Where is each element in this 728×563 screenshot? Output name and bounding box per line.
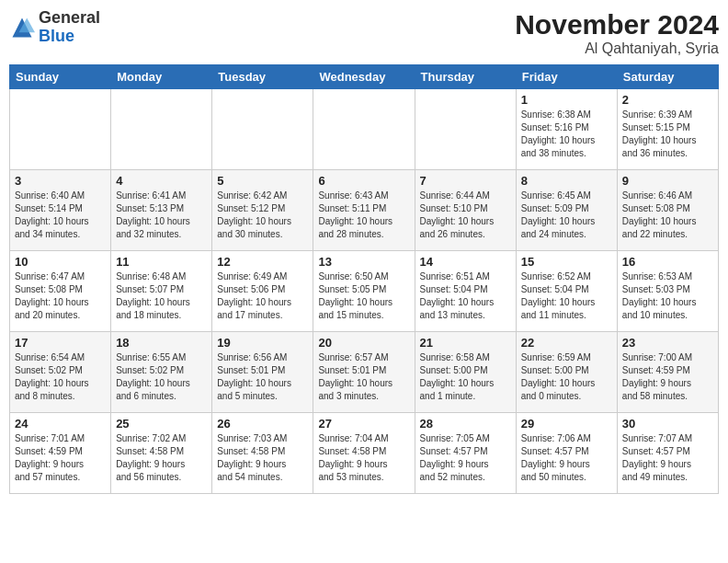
calendar-cell bbox=[212, 89, 313, 170]
day-info: Sunrise: 6:53 AMSunset: 5:03 PMDaylight:… bbox=[622, 270, 713, 322]
calendar-cell: 19Sunrise: 6:56 AMSunset: 5:01 PMDayligh… bbox=[212, 332, 313, 413]
day-info: Sunrise: 6:51 AMSunset: 5:04 PMDaylight:… bbox=[420, 270, 511, 322]
calendar-header-row: SundayMondayTuesdayWednesdayThursdayFrid… bbox=[10, 65, 719, 89]
day-info: Sunrise: 6:43 AMSunset: 5:11 PMDaylight:… bbox=[318, 190, 409, 241]
day-number: 25 bbox=[116, 417, 207, 431]
day-number: 22 bbox=[521, 336, 612, 350]
calendar-cell: 17Sunrise: 6:54 AMSunset: 5:02 PMDayligh… bbox=[10, 332, 111, 413]
calendar-cell: 8Sunrise: 6:45 AMSunset: 5:09 PMDaylight… bbox=[516, 170, 617, 251]
day-info: Sunrise: 6:47 AMSunset: 5:08 PMDaylight:… bbox=[15, 270, 106, 322]
day-info: Sunrise: 6:54 AMSunset: 5:02 PMDaylight:… bbox=[15, 351, 106, 403]
day-number: 5 bbox=[217, 174, 308, 188]
day-number: 1 bbox=[521, 93, 612, 107]
month-title: November 2024 bbox=[515, 9, 719, 40]
day-info: Sunrise: 7:00 AMSunset: 4:59 PMDaylight:… bbox=[622, 351, 713, 403]
day-number: 12 bbox=[217, 255, 308, 269]
calendar-cell: 1Sunrise: 6:38 AMSunset: 5:16 PMDaylight… bbox=[516, 89, 617, 170]
day-number: 30 bbox=[622, 417, 713, 431]
calendar-day-header: Saturday bbox=[617, 65, 718, 89]
day-number: 11 bbox=[116, 255, 207, 269]
calendar-week-row: 3Sunrise: 6:40 AMSunset: 5:14 PMDaylight… bbox=[10, 170, 719, 251]
calendar-week-row: 17Sunrise: 6:54 AMSunset: 5:02 PMDayligh… bbox=[10, 332, 719, 413]
day-number: 24 bbox=[15, 417, 106, 431]
day-info: Sunrise: 6:57 AMSunset: 5:01 PMDaylight:… bbox=[318, 351, 409, 403]
title-area: November 2024 Al Qahtaniyah, Syria bbox=[515, 9, 719, 57]
calendar-cell: 23Sunrise: 7:00 AMSunset: 4:59 PMDayligh… bbox=[617, 332, 718, 413]
logo-blue-text: Blue bbox=[39, 27, 74, 45]
calendar-cell: 25Sunrise: 7:02 AMSunset: 4:58 PMDayligh… bbox=[111, 413, 212, 494]
day-info: Sunrise: 6:45 AMSunset: 5:09 PMDaylight:… bbox=[521, 190, 612, 241]
calendar-day-header: Wednesday bbox=[313, 65, 415, 89]
calendar-cell: 11Sunrise: 6:48 AMSunset: 5:07 PMDayligh… bbox=[111, 251, 212, 332]
page-header: General Blue November 2024 Al Qahtaniyah… bbox=[9, 9, 719, 57]
day-number: 19 bbox=[217, 336, 308, 350]
calendar-cell: 18Sunrise: 6:55 AMSunset: 5:02 PMDayligh… bbox=[111, 332, 212, 413]
calendar-cell: 20Sunrise: 6:57 AMSunset: 5:01 PMDayligh… bbox=[313, 332, 415, 413]
calendar-cell bbox=[10, 89, 111, 170]
day-number: 4 bbox=[116, 174, 207, 188]
calendar-cell bbox=[111, 89, 212, 170]
calendar-cell: 6Sunrise: 6:43 AMSunset: 5:11 PMDaylight… bbox=[313, 170, 415, 251]
calendar-cell: 16Sunrise: 6:53 AMSunset: 5:03 PMDayligh… bbox=[617, 251, 718, 332]
day-number: 26 bbox=[217, 417, 308, 431]
calendar-cell: 4Sunrise: 6:41 AMSunset: 5:13 PMDaylight… bbox=[111, 170, 212, 251]
day-info: Sunrise: 7:06 AMSunset: 4:57 PMDaylight:… bbox=[521, 432, 612, 484]
calendar-table: SundayMondayTuesdayWednesdayThursdayFrid… bbox=[9, 64, 719, 494]
day-number: 14 bbox=[420, 255, 511, 269]
day-info: Sunrise: 6:41 AMSunset: 5:13 PMDaylight:… bbox=[116, 190, 207, 241]
calendar-day-header: Thursday bbox=[415, 65, 516, 89]
calendar-cell: 9Sunrise: 6:46 AMSunset: 5:08 PMDaylight… bbox=[617, 170, 718, 251]
calendar-cell: 5Sunrise: 6:42 AMSunset: 5:12 PMDaylight… bbox=[212, 170, 313, 251]
day-info: Sunrise: 6:48 AMSunset: 5:07 PMDaylight:… bbox=[116, 270, 207, 322]
calendar-cell: 7Sunrise: 6:44 AMSunset: 5:10 PMDaylight… bbox=[415, 170, 516, 251]
calendar-cell: 30Sunrise: 7:07 AMSunset: 4:57 PMDayligh… bbox=[617, 413, 718, 494]
calendar-cell: 15Sunrise: 6:52 AMSunset: 5:04 PMDayligh… bbox=[516, 251, 617, 332]
day-info: Sunrise: 6:56 AMSunset: 5:01 PMDaylight:… bbox=[217, 351, 308, 403]
day-info: Sunrise: 6:50 AMSunset: 5:05 PMDaylight:… bbox=[318, 270, 409, 322]
day-number: 9 bbox=[622, 174, 713, 188]
day-info: Sunrise: 6:59 AMSunset: 5:00 PMDaylight:… bbox=[521, 351, 612, 403]
day-info: Sunrise: 6:55 AMSunset: 5:02 PMDaylight:… bbox=[116, 351, 207, 403]
calendar-cell: 2Sunrise: 6:39 AMSunset: 5:15 PMDaylight… bbox=[617, 89, 718, 170]
day-number: 3 bbox=[15, 174, 106, 188]
calendar-cell: 27Sunrise: 7:04 AMSunset: 4:58 PMDayligh… bbox=[313, 413, 415, 494]
day-info: Sunrise: 7:03 AMSunset: 4:58 PMDaylight:… bbox=[217, 432, 308, 484]
calendar-cell: 21Sunrise: 6:58 AMSunset: 5:00 PMDayligh… bbox=[415, 332, 516, 413]
calendar-day-header: Sunday bbox=[10, 65, 111, 89]
day-number: 15 bbox=[521, 255, 612, 269]
calendar-cell bbox=[313, 89, 415, 170]
day-info: Sunrise: 6:42 AMSunset: 5:12 PMDaylight:… bbox=[217, 190, 308, 241]
calendar-cell: 29Sunrise: 7:06 AMSunset: 4:57 PMDayligh… bbox=[516, 413, 617, 494]
calendar-cell: 24Sunrise: 7:01 AMSunset: 4:59 PMDayligh… bbox=[10, 413, 111, 494]
day-info: Sunrise: 7:07 AMSunset: 4:57 PMDaylight:… bbox=[622, 432, 713, 484]
calendar-day-header: Monday bbox=[111, 65, 212, 89]
day-number: 6 bbox=[318, 174, 409, 188]
day-info: Sunrise: 6:58 AMSunset: 5:00 PMDaylight:… bbox=[420, 351, 511, 403]
day-number: 10 bbox=[15, 255, 106, 269]
calendar-day-header: Friday bbox=[516, 65, 617, 89]
day-info: Sunrise: 7:01 AMSunset: 4:59 PMDaylight:… bbox=[15, 432, 106, 484]
day-number: 20 bbox=[318, 336, 409, 350]
day-info: Sunrise: 6:46 AMSunset: 5:08 PMDaylight:… bbox=[622, 190, 713, 241]
day-number: 2 bbox=[622, 93, 713, 107]
day-info: Sunrise: 6:44 AMSunset: 5:10 PMDaylight:… bbox=[420, 190, 511, 241]
day-number: 8 bbox=[521, 174, 612, 188]
day-number: 21 bbox=[420, 336, 511, 350]
day-info: Sunrise: 6:52 AMSunset: 5:04 PMDaylight:… bbox=[521, 270, 612, 322]
day-number: 16 bbox=[622, 255, 713, 269]
day-info: Sunrise: 7:02 AMSunset: 4:58 PMDaylight:… bbox=[116, 432, 207, 484]
calendar-cell bbox=[415, 89, 516, 170]
day-number: 7 bbox=[420, 174, 511, 188]
day-number: 18 bbox=[116, 336, 207, 350]
day-info: Sunrise: 6:39 AMSunset: 5:15 PMDaylight:… bbox=[622, 109, 713, 160]
calendar-cell: 28Sunrise: 7:05 AMSunset: 4:57 PMDayligh… bbox=[415, 413, 516, 494]
day-info: Sunrise: 6:38 AMSunset: 5:16 PMDaylight:… bbox=[521, 109, 612, 160]
day-number: 28 bbox=[420, 417, 511, 431]
calendar-cell: 22Sunrise: 6:59 AMSunset: 5:00 PMDayligh… bbox=[516, 332, 617, 413]
day-info: Sunrise: 7:04 AMSunset: 4:58 PMDaylight:… bbox=[318, 432, 409, 484]
calendar-week-row: 24Sunrise: 7:01 AMSunset: 4:59 PMDayligh… bbox=[10, 413, 719, 494]
day-info: Sunrise: 6:49 AMSunset: 5:06 PMDaylight:… bbox=[217, 270, 308, 322]
day-info: Sunrise: 7:05 AMSunset: 4:57 PMDaylight:… bbox=[420, 432, 511, 484]
calendar-cell: 13Sunrise: 6:50 AMSunset: 5:05 PMDayligh… bbox=[313, 251, 415, 332]
day-number: 29 bbox=[521, 417, 612, 431]
